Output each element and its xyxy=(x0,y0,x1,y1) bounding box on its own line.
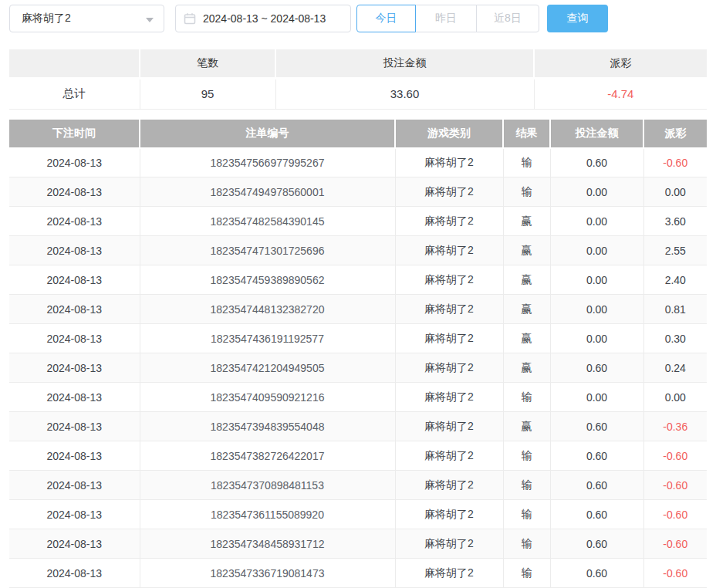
bet-time-cell: 2024-08-13 xyxy=(9,207,140,236)
game-type-cell: 麻将胡了2 xyxy=(395,207,503,236)
bet-id-cell: 1823547382726422017 xyxy=(140,441,395,471)
records-header-payout: 派彩 xyxy=(643,120,707,148)
game-type-cell: 麻将胡了2 xyxy=(395,383,503,412)
last-8-days-button[interactable]: 近8日 xyxy=(476,5,539,32)
game-select-value: 麻将胡了2 xyxy=(22,12,71,25)
records-header-bet-amount: 投注金额 xyxy=(550,120,643,148)
result-cell: 输 xyxy=(503,383,550,412)
summary-total-label: 总计 xyxy=(9,78,140,109)
bet-time-cell: 2024-08-13 xyxy=(9,324,140,353)
table-row: 2024-08-131823547361155089920麻将胡了2输0.60-… xyxy=(9,500,707,529)
game-type-cell: 麻将胡了2 xyxy=(395,236,503,265)
bet-amount-cell: 0.60 xyxy=(550,471,643,500)
game-type-cell: 麻将胡了2 xyxy=(395,471,503,500)
bet-id-cell: 1823547394839554048 xyxy=(140,412,395,441)
bet-time-cell: 2024-08-13 xyxy=(9,236,140,265)
bet-amount-cell: 0.00 xyxy=(550,207,643,236)
bet-time-cell: 2024-08-13 xyxy=(9,529,140,559)
table-row: 2024-08-131823547471301725696麻将胡了2赢0.002… xyxy=(9,236,707,265)
toolbar: 麻将胡了2 2024-08-13 ~ 2024-08-13 今日 昨日 近8日 … xyxy=(0,0,716,34)
table-row: 2024-08-131823547382726422017麻将胡了2输0.60-… xyxy=(9,441,707,471)
date-range-input[interactable]: 2024-08-13 ~ 2024-08-13 xyxy=(175,5,351,32)
table-row: 2024-08-131823547482584390145麻将胡了2赢0.003… xyxy=(9,207,707,236)
table-row: 2024-08-131823547566977995267麻将胡了2输0.60-… xyxy=(9,148,707,177)
summary-header-payout: 派彩 xyxy=(534,49,707,78)
bet-amount-cell: 0.00 xyxy=(550,295,643,324)
payout-cell: 0.30 xyxy=(643,324,707,353)
bet-amount-cell: 0.60 xyxy=(550,353,643,383)
result-cell: 输 xyxy=(503,559,550,588)
bet-id-cell: 1823547409590921216 xyxy=(140,383,395,412)
summary-header-empty xyxy=(9,49,140,78)
result-cell: 输 xyxy=(503,500,550,529)
summary-header-bet-amount: 投注金额 xyxy=(275,49,534,78)
payout-cell: -0.36 xyxy=(643,412,707,441)
bet-id-cell: 1823547421204949505 xyxy=(140,353,395,383)
bet-amount-cell: 0.60 xyxy=(550,529,643,559)
result-cell: 输 xyxy=(503,177,550,207)
game-type-cell: 麻将胡了2 xyxy=(395,324,503,353)
bet-time-cell: 2024-08-13 xyxy=(9,177,140,207)
bet-id-cell: 1823547436191192577 xyxy=(140,324,395,353)
game-select[interactable]: 麻将胡了2 xyxy=(9,5,164,32)
bet-time-cell: 2024-08-13 xyxy=(9,265,140,295)
payout-cell: 0.00 xyxy=(643,383,707,412)
result-cell: 输 xyxy=(503,529,550,559)
bet-time-cell: 2024-08-13 xyxy=(9,148,140,177)
yesterday-button[interactable]: 昨日 xyxy=(415,5,477,32)
bet-id-cell: 1823547336719081473 xyxy=(140,559,395,588)
bet-id-cell: 1823547361155089920 xyxy=(140,500,395,529)
bet-amount-cell: 0.60 xyxy=(550,148,643,177)
bet-time-cell: 2024-08-13 xyxy=(9,353,140,383)
bet-amount-cell: 0.60 xyxy=(550,412,643,441)
game-type-cell: 麻将胡了2 xyxy=(395,559,503,588)
bet-id-cell: 1823547459389890562 xyxy=(140,265,395,295)
bet-id-cell: 1823547448132382720 xyxy=(140,295,395,324)
table-row: 2024-08-131823547409590921216麻将胡了2输0.000… xyxy=(9,383,707,412)
game-type-cell: 麻将胡了2 xyxy=(395,148,503,177)
result-cell: 输 xyxy=(503,441,550,471)
bet-amount-cell: 0.00 xyxy=(550,177,643,207)
game-type-cell: 麻将胡了2 xyxy=(395,295,503,324)
bet-amount-cell: 0.00 xyxy=(550,236,643,265)
table-row: 2024-08-131823547394839554048麻将胡了2赢0.60-… xyxy=(9,412,707,441)
date-range-value: 2024-08-13 ~ 2024-08-13 xyxy=(203,12,326,25)
payout-cell: -0.60 xyxy=(643,148,707,177)
table-row: 2024-08-131823547370898481153麻将胡了2输0.60-… xyxy=(9,471,707,500)
bet-amount-cell: 0.60 xyxy=(550,559,643,588)
payout-cell: 0.00 xyxy=(643,177,707,207)
query-button[interactable]: 查询 xyxy=(547,5,608,32)
bet-amount-cell: 0.00 xyxy=(550,265,643,295)
bet-id-cell: 1823547370898481153 xyxy=(140,471,395,500)
result-cell: 赢 xyxy=(503,353,550,383)
bet-time-cell: 2024-08-13 xyxy=(9,412,140,441)
game-type-cell: 麻将胡了2 xyxy=(395,500,503,529)
payout-cell: 0.24 xyxy=(643,353,707,383)
table-row: 2024-08-131823547494978560001麻将胡了2输0.000… xyxy=(9,177,707,207)
bet-amount-cell: 0.00 xyxy=(550,324,643,353)
payout-cell: 2.40 xyxy=(643,265,707,295)
table-row: 2024-08-131823547348458931712麻将胡了2输0.60-… xyxy=(9,529,707,559)
table-row: 2024-08-131823547336719081473麻将胡了2输0.60-… xyxy=(9,559,707,588)
payout-cell: 3.60 xyxy=(643,207,707,236)
payout-cell: 2.55 xyxy=(643,236,707,265)
result-cell: 赢 xyxy=(503,324,550,353)
summary-header-count: 笔数 xyxy=(140,49,275,78)
result-cell: 输 xyxy=(503,148,550,177)
today-button[interactable]: 今日 xyxy=(356,5,416,32)
summary-total-row: 总计 95 33.60 -4.74 xyxy=(9,78,707,109)
payout-cell: -0.60 xyxy=(643,559,707,588)
result-cell: 赢 xyxy=(503,265,550,295)
bet-time-cell: 2024-08-13 xyxy=(9,500,140,529)
bet-id-cell: 1823547566977995267 xyxy=(140,148,395,177)
bet-amount-cell: 0.00 xyxy=(550,383,643,412)
bet-time-cell: 2024-08-13 xyxy=(9,441,140,471)
payout-cell: -0.60 xyxy=(643,441,707,471)
result-cell: 赢 xyxy=(503,412,550,441)
result-cell: 赢 xyxy=(503,295,550,324)
records-body: 2024-08-131823547566977995267麻将胡了2输0.60-… xyxy=(9,148,707,588)
bet-time-cell: 2024-08-13 xyxy=(9,559,140,588)
payout-cell: -0.60 xyxy=(643,471,707,500)
bet-time-cell: 2024-08-13 xyxy=(9,383,140,412)
bet-id-cell: 1823547471301725696 xyxy=(140,236,395,265)
